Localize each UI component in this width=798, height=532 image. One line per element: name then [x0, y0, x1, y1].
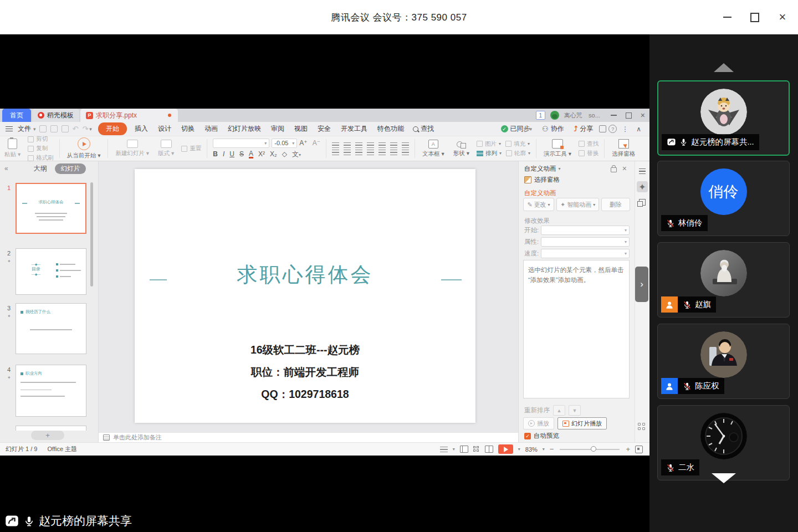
increase-font-icon[interactable]: A⁺ — [299, 139, 307, 147]
new-tab-button[interactable] — [178, 109, 193, 122]
format-painter-button[interactable]: 格式刷 — [28, 154, 54, 162]
clear-format-icon[interactable]: ◇ — [282, 150, 287, 158]
strikethrough-icon[interactable]: S — [239, 150, 244, 158]
decrease-font-icon[interactable]: A⁻ — [313, 139, 320, 147]
reading-view-icon[interactable] — [485, 446, 493, 453]
collaborate-button[interactable]: ⚇协作 — [538, 124, 568, 134]
menu-find[interactable]: 查找 — [409, 124, 438, 134]
font-size-select[interactable]: -0.05 — [272, 139, 297, 148]
decrease-indent-icon[interactable] — [355, 142, 362, 148]
close-panel-icon[interactable] — [622, 164, 627, 173]
numbering-icon[interactable] — [344, 142, 351, 148]
participant-tile-sharer[interactable]: 赵元榜的屏幕共... — [657, 80, 790, 156]
start-select[interactable] — [541, 226, 630, 235]
menu-insert[interactable]: 插入 — [130, 124, 153, 134]
shape-button[interactable]: 形状 — [449, 140, 474, 157]
panel-caret-icon[interactable] — [559, 166, 561, 171]
object-properties-icon[interactable] — [637, 166, 648, 177]
zoom-in-icon[interactable]: + — [626, 445, 630, 453]
font-name-select[interactable] — [213, 139, 269, 148]
menu-security[interactable]: 安全 — [313, 124, 336, 134]
theme-name[interactable]: Office 主题 — [47, 445, 77, 453]
slideshow-play-status-button[interactable] — [498, 444, 513, 454]
play-options-caret-icon[interactable] — [518, 447, 520, 452]
bullets-icon[interactable] — [332, 142, 339, 148]
expand-pane-button[interactable]: › — [635, 267, 648, 302]
columns-icon[interactable] — [402, 142, 409, 148]
menu-start-tab[interactable]: 开始 — [98, 122, 127, 135]
normal-view-icon[interactable] — [460, 446, 468, 453]
sync-status[interactable]: ✓已同步 — [497, 124, 536, 134]
slide-title[interactable]: 求职心得体会 — [135, 261, 475, 289]
fill-button[interactable]: 填充 — [505, 140, 530, 148]
slide-sorter-icon[interactable] — [473, 446, 480, 452]
collapse-ribbon-icon[interactable]: ∧ — [633, 125, 644, 133]
print-icon[interactable] — [50, 125, 58, 132]
wps-minimize-icon[interactable] — [611, 115, 617, 116]
subscript-icon[interactable]: X₂ — [270, 150, 277, 158]
slide-3-thumbnail[interactable]: 我经历了什么 — [16, 303, 86, 354]
menu-transition[interactable]: 切换 — [176, 124, 200, 134]
help-icon[interactable]: ? — [608, 125, 617, 133]
slide-subtitle-block[interactable]: 16级软工二班---赵元榜 职位：前端开发工程师 QQ：1029718618 — [135, 342, 475, 402]
menu-slideshow[interactable]: 幻灯片放映 — [223, 124, 266, 134]
cut-button[interactable]: 剪切 — [28, 135, 54, 143]
align-center-icon[interactable] — [344, 150, 351, 155]
zoom-knob[interactable] — [591, 446, 596, 452]
pin-panel-icon[interactable] — [611, 167, 617, 172]
more-icon[interactable]: ⋮ — [619, 125, 631, 133]
find-button[interactable]: 查找 — [579, 140, 598, 148]
account-name[interactable]: 离心咒ゞso... — [564, 111, 600, 120]
save-icon[interactable] — [39, 125, 47, 132]
bold-icon[interactable]: B — [213, 150, 218, 158]
redo-icon[interactable]: ↷ — [82, 125, 88, 133]
increase-indent-icon[interactable] — [367, 142, 374, 148]
menu-animation[interactable]: 动画 — [200, 124, 223, 134]
selection-pane-row[interactable]: 选择窗格 — [524, 176, 560, 184]
italic-icon[interactable]: I — [223, 150, 224, 158]
notes-toggle-icon[interactable] — [440, 447, 448, 452]
beautify-grid-icon[interactable] — [638, 423, 646, 431]
auto-preview-checkbox[interactable]: ✓ — [524, 433, 531, 439]
textbox-button[interactable]: A文本框 — [418, 140, 449, 158]
share-button[interactable]: ⤴分享 — [570, 124, 597, 134]
panel-icon[interactable] — [599, 125, 606, 132]
text-direction-icon[interactable] — [378, 142, 386, 148]
notes-bar[interactable]: 单击此处添加备注 — [99, 432, 518, 442]
smart-animation-button[interactable]: ✦ 智能动画 — [556, 198, 599, 211]
arrange-button[interactable]: 排列 — [477, 150, 502, 157]
collapse-panel-icon[interactable] — [0, 165, 13, 172]
move-up-button[interactable]: ▲ — [553, 405, 565, 416]
reset-button[interactable]: 重置 — [181, 145, 201, 152]
property-select[interactable] — [541, 237, 630, 247]
add-slide-button[interactable]: + — [31, 431, 64, 440]
menu-features[interactable]: 特色功能 — [372, 124, 409, 134]
menu-view[interactable]: 视图 — [289, 124, 313, 134]
underline-icon[interactable]: U — [229, 150, 234, 158]
copy-button[interactable]: 复制 — [28, 145, 54, 152]
slides-tab[interactable]: 幻灯片 — [55, 163, 86, 174]
participant-tile[interactable]: 陈应权 — [657, 324, 790, 399]
align-right-icon[interactable] — [355, 150, 362, 155]
text-effect-icon[interactable]: 文 — [292, 150, 301, 159]
replace-button[interactable]: 替换 — [579, 150, 598, 157]
slide-4-thumbnail[interactable]: 职业方向 — [16, 365, 86, 417]
close-button[interactable]: × — [778, 13, 787, 22]
slide-5-thumbnail-partial[interactable] — [16, 426, 86, 431]
message-badge[interactable]: 1 — [536, 111, 545, 120]
paste-button[interactable]: 粘贴 — [0, 139, 25, 158]
paragraph-more-icon[interactable] — [402, 150, 409, 155]
justify-icon[interactable] — [367, 150, 374, 155]
menu-design[interactable]: 设计 — [153, 124, 176, 134]
tab-document[interactable]: P求职分享.pptx — [80, 109, 178, 122]
outline-tab[interactable]: 大纲 — [34, 164, 47, 173]
slide-canvas[interactable]: 求职心得体会 16级软工二班---赵元榜 职位：前端开发工程师 QQ：10297… — [135, 169, 475, 423]
fit-slide-icon[interactable] — [635, 446, 643, 453]
move-down-button[interactable]: ▼ — [569, 405, 581, 416]
menu-review[interactable]: 审阅 — [266, 124, 289, 134]
slideshow-play-button[interactable]: 幻灯片播放 — [557, 417, 607, 429]
slide-2-thumbnail[interactable]: —◆— 目录 —◆— — [16, 248, 86, 295]
delete-animation-button[interactable]: 删除 — [601, 198, 630, 211]
quick-access-caret-icon[interactable] — [89, 126, 92, 132]
scroll-up-icon[interactable] — [714, 63, 734, 72]
